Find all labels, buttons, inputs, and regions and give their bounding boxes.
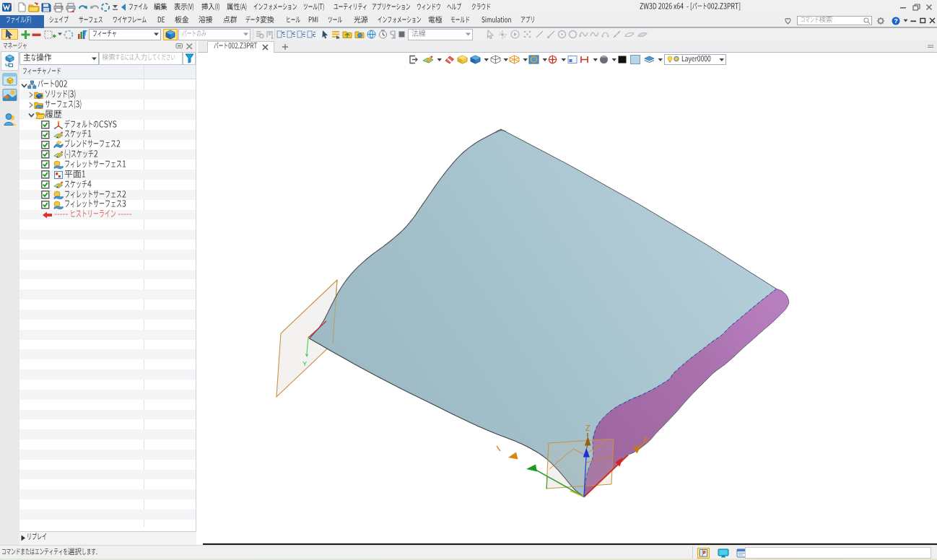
svg-text:X: X <box>642 436 648 444</box>
svg-text:Z: Z <box>585 424 590 432</box>
svg-text:Y: Y <box>302 360 307 367</box>
